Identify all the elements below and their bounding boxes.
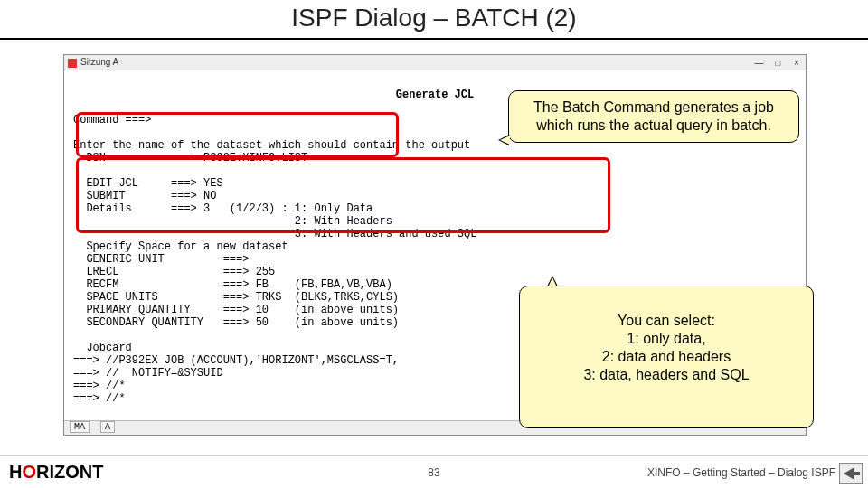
window-buttons: — □ × — [748, 58, 802, 68]
slide-title: ISPF Dialog – BATCH (2) — [0, 4, 868, 33]
details-field[interactable]: Details ===> 3 (1/2/3) : 1: Only Data — [73, 202, 373, 215]
session-label: Sitzung A — [80, 57, 118, 67]
generic-unit-field[interactable]: GENERIC UNIT ===> — [73, 253, 249, 266]
footer-right: XINFO – Getting Started – Dialog ISPF — [647, 466, 835, 479]
footer: HORIZONT 83 XINFO – Getting Started – Di… — [0, 455, 868, 488]
command-prompt[interactable]: Command ===> — [73, 114, 151, 127]
space-units-field[interactable]: SPACE UNITS ===> TRKS (BLKS,TRKS,CYLS) — [73, 291, 399, 304]
secondary-qty-field[interactable]: SECONDARY QUANTITY ===> 50 (in above uni… — [73, 316, 399, 329]
back-icon[interactable] — [839, 463, 863, 484]
recfm-field[interactable]: RECFM ===> FB (FB,FBA,VB,VBA) — [73, 278, 392, 291]
jobcard-2[interactable]: ===> // NOTIFY=&SYSUID — [73, 367, 223, 380]
callout-tail-fill — [500, 136, 510, 145]
primary-qty-field[interactable]: PRIMARY QUANTITY ===> 10 (in above units… — [73, 304, 399, 316]
title-rule-2 — [0, 42, 868, 42]
specify-space: Specify Space for a new dataset — [73, 240, 288, 253]
callout-batch-command: The Batch Command generates a job which … — [508, 90, 799, 143]
footer-rule — [0, 455, 868, 456]
jobcard-4[interactable]: ===> //* — [73, 392, 126, 405]
close-button[interactable]: × — [791, 58, 802, 68]
callout2-tail-fill — [548, 277, 557, 287]
callout-select-text: You can select: 1: only data, 2: data an… — [583, 313, 749, 382]
slide-root: ISPF Dialog – BATCH (2) Sitzung A — □ × … — [0, 0, 868, 488]
window-titlebar[interactable]: Sitzung A — □ × — [64, 55, 806, 70]
editjcl-field[interactable]: EDIT JCL ===> YES — [73, 177, 223, 190]
svg-marker-0 — [844, 467, 860, 480]
details-3: 3: With Headers and used SQL — [73, 228, 476, 240]
window-title: Sitzung A — [68, 57, 118, 67]
callout-select-options: You can select: 1: only data, 2: data an… — [519, 286, 814, 428]
jobcard-1[interactable]: ===> //P392EX JOB (ACCOUNT),'HORIZONT',M… — [73, 354, 399, 367]
enter-instruction: Enter the name of the dataset which shou… — [73, 139, 470, 152]
details-2: 2: With Headers — [73, 215, 392, 228]
dsn-field[interactable]: DSN ===> P392E.XINFO.LIST — [73, 152, 307, 164]
jobcard-label: Jobcard — [73, 342, 132, 354]
callout-batch-text: The Batch Command generates a job which … — [533, 99, 774, 133]
maximize-button[interactable]: □ — [772, 58, 783, 68]
submit-field[interactable]: SUBMIT ===> NO — [73, 190, 216, 202]
title-rule-1 — [0, 38, 868, 40]
session-icon — [68, 59, 77, 68]
status-right: A — [100, 421, 115, 433]
jobcard-3[interactable]: ===> //* — [73, 380, 126, 392]
status-left: MA — [70, 421, 90, 433]
minimize-button[interactable]: — — [753, 58, 764, 68]
lrecl-field[interactable]: LRECL ===> 255 — [73, 266, 275, 278]
